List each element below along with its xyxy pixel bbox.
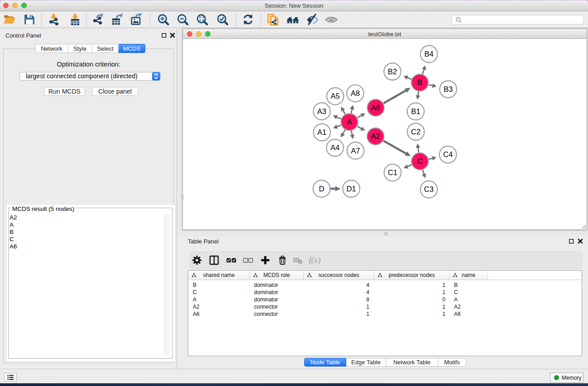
- svg-text:B4: B4: [425, 50, 434, 58]
- svg-text:B3: B3: [444, 85, 453, 93]
- svg-text:C: C: [417, 157, 423, 165]
- svg-text:B2: B2: [388, 67, 397, 76]
- svg-text:A5: A5: [331, 92, 340, 100]
- svg-text:C4: C4: [443, 150, 453, 158]
- svg-text:A8: A8: [351, 89, 360, 97]
- svg-text:A1: A1: [317, 128, 326, 136]
- svg-text:A2: A2: [371, 132, 380, 140]
- svg-text:A4: A4: [330, 143, 339, 152]
- svg-text:C2: C2: [411, 128, 421, 136]
- svg-text:D1: D1: [346, 185, 356, 193]
- svg-text:D: D: [319, 185, 325, 193]
- svg-text:A7: A7: [351, 147, 360, 155]
- svg-text:C3: C3: [424, 185, 434, 193]
- svg-text:C1: C1: [388, 168, 397, 176]
- svg-text:A6: A6: [371, 104, 380, 112]
- svg-text:A3: A3: [317, 107, 326, 115]
- svg-text:A: A: [347, 118, 352, 126]
- svg-text:B: B: [417, 78, 422, 86]
- svg-text:B1: B1: [411, 107, 420, 115]
